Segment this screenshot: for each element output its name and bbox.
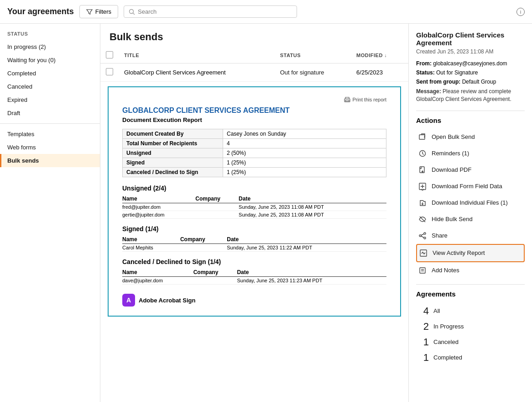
right-panel-sent-from: Sent from group: Default Group xyxy=(416,79,525,85)
svg-line-13 xyxy=(421,236,424,238)
unsigned-row: gertie@jupiter.domSunday, June 25, 2023 … xyxy=(122,211,386,219)
sidebar-item-canceled[interactable]: Canceled xyxy=(0,80,100,93)
action-label: Share xyxy=(432,232,448,239)
stat-number: 1 xyxy=(416,352,429,364)
summary-row: Total Number of Recipients4 xyxy=(123,139,386,148)
sidebar-item-waiting[interactable]: Waiting for you (0) xyxy=(0,53,100,67)
unsigned-table: Name Company Date fred@jupiter.domSunday… xyxy=(122,195,386,219)
right-panel-created: Created Jun 25, 2023 11:08 AM xyxy=(416,48,525,55)
search-input[interactable] xyxy=(138,8,292,15)
summary-stat: 1Completed xyxy=(416,350,525,365)
action-label: Hide Bulk Send xyxy=(432,216,473,222)
adobe-sign-logo: A Adobe Acrobat Sign xyxy=(122,294,386,307)
action-hide-bulk-send[interactable]: Hide Bulk Send xyxy=(416,211,525,227)
stat-label: Completed xyxy=(433,354,462,361)
row-modified: 6/25/2023 xyxy=(351,63,408,82)
svg-line-12 xyxy=(421,234,424,235)
checkbox-header xyxy=(100,48,119,63)
action-download-pdf[interactable]: Download PDF xyxy=(416,162,525,178)
unsigned-col-name: Name xyxy=(122,195,195,203)
center-content: Bulk sends TITLE STATUS MODIFIED ↓ xyxy=(100,24,409,402)
filter-button[interactable]: Filters xyxy=(79,5,118,18)
svg-rect-3 xyxy=(345,100,349,101)
sidebar-item-bulk-sends[interactable]: Bulk sends xyxy=(0,154,100,167)
filter-icon xyxy=(86,9,93,15)
right-panel-from: From: globalcasey@caseyjones.dom xyxy=(416,60,525,67)
action-download-form-field[interactable]: Download Form Field Data xyxy=(416,178,525,195)
row-checkbox-cell xyxy=(100,63,119,82)
table-row[interactable]: GlobalCorp Client Services Agreement Out… xyxy=(100,63,408,82)
right-panel: GlobalCorp Client Services Agreement Cre… xyxy=(409,24,532,402)
sidebar-divider xyxy=(0,123,100,124)
title-column-header: TITLE xyxy=(119,48,275,63)
summary-stat: 2In Progress xyxy=(416,319,525,334)
main-layout: STATUS In progress (2) Waiting for you (… xyxy=(0,24,532,402)
stat-label: All xyxy=(433,307,440,314)
sidebar-item-templates[interactable]: Templates xyxy=(0,127,100,141)
canceled-section-title: Canceled / Declined to Sign (1/4) xyxy=(122,258,386,265)
canceled-col-date: Date xyxy=(237,268,386,277)
stat-number: 2 xyxy=(416,321,429,333)
canceled-col-name: Name xyxy=(122,268,193,277)
status-column-header: STATUS xyxy=(275,48,351,63)
top-bar: Your agreements Filters i xyxy=(0,0,532,24)
action-view-activity[interactable]: View Activity Report xyxy=(416,244,525,262)
sidebar-item-in-progress[interactable]: In progress (2) xyxy=(0,40,100,53)
print-report-row[interactable]: Print this report xyxy=(122,96,386,103)
signed-col-date: Date xyxy=(227,235,386,244)
actions-list: Open Bulk SendReminders (1)Download PDFD… xyxy=(416,129,525,279)
summary-row: Signed1 (25%) xyxy=(123,158,386,168)
reminder-icon xyxy=(418,149,427,158)
notes-icon xyxy=(418,266,427,275)
svg-point-10 xyxy=(419,235,421,237)
sidebar-item-web-forms[interactable]: Web forms xyxy=(0,141,100,154)
signed-col-name: Name xyxy=(122,235,180,244)
modified-column-header: MODIFIED ↓ xyxy=(351,48,408,63)
svg-line-1 xyxy=(133,13,135,15)
right-panel-status: Status: Out for Signature xyxy=(416,69,525,76)
report-title: GLOBALCORP CLIENT SERVICES AGREEMENT xyxy=(122,106,386,115)
search-icon xyxy=(129,9,135,15)
stat-number: 1 xyxy=(416,336,429,348)
stat-label: Canceled xyxy=(433,339,459,345)
unsigned-col-date: Date xyxy=(239,195,386,203)
row-status: Out for signature xyxy=(275,63,351,82)
download-form-icon xyxy=(418,182,427,191)
summary-row: Document Created ByCasey Jones on Sunday xyxy=(123,129,386,139)
action-download-individual[interactable]: Download Individual Files (1) xyxy=(416,195,525,211)
filter-label: Filters xyxy=(95,8,111,15)
section-title: Bulk sends xyxy=(100,24,408,48)
select-all-checkbox[interactable] xyxy=(106,51,113,58)
open-icon xyxy=(418,132,427,142)
action-label: Download Individual Files (1) xyxy=(432,199,508,206)
action-label: Download PDF xyxy=(432,166,471,173)
stats-list: 4All2In Progress1Canceled1Completed xyxy=(416,303,525,365)
canceled-table: Name Company Date dave@jupiter.domSunday… xyxy=(122,268,386,285)
unsigned-col-company: Company xyxy=(195,195,239,203)
sidebar-item-expired[interactable]: Expired xyxy=(0,93,100,106)
action-label: Open Bulk Send xyxy=(432,133,475,140)
signed-table: Name Company Date Carol MephitsSunday, J… xyxy=(122,235,386,252)
right-panel-title: GlobalCorp Client Services Agreement xyxy=(416,31,525,47)
right-panel-divider-1 xyxy=(416,111,525,111)
search-wrapper xyxy=(124,5,297,18)
svg-point-9 xyxy=(424,233,426,234)
info-button[interactable]: i xyxy=(516,8,525,16)
sidebar-item-completed[interactable]: Completed xyxy=(0,67,100,80)
share-icon xyxy=(418,231,427,240)
action-label: Reminders (1) xyxy=(432,150,469,157)
svg-point-11 xyxy=(424,237,426,239)
canceled-col-company: Company xyxy=(193,268,237,277)
adobe-sign-label: Adobe Acrobat Sign xyxy=(139,297,195,304)
status-section-label: STATUS xyxy=(0,31,100,40)
svg-rect-15 xyxy=(420,268,425,273)
summary-stat: 1Canceled xyxy=(416,334,525,350)
action-add-notes[interactable]: Add Notes xyxy=(416,262,525,279)
sidebar-item-draft[interactable]: Draft xyxy=(0,106,100,120)
row-checkbox[interactable] xyxy=(106,68,113,75)
action-open-bulk-send[interactable]: Open Bulk Send xyxy=(416,129,525,145)
action-share[interactable]: Share xyxy=(416,227,525,244)
stat-label: In Progress xyxy=(433,323,464,330)
summary-table: Document Created ByCasey Jones on Sunday… xyxy=(122,129,386,177)
action-reminders[interactable]: Reminders (1) xyxy=(416,145,525,162)
